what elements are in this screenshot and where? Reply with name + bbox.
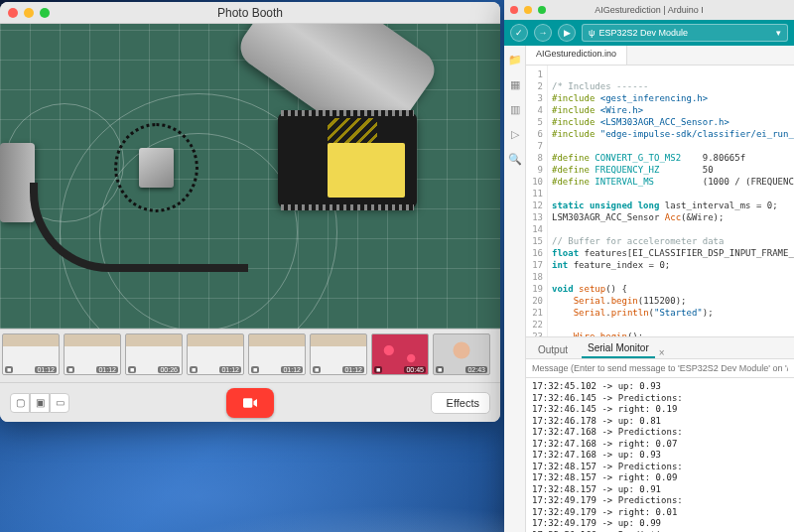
camera-icon xyxy=(243,398,257,408)
board-selector[interactable]: ψ ESP32S2 Dev Module ▾ xyxy=(582,24,788,42)
thumbnail[interactable]: ■01:12 xyxy=(2,333,60,375)
arduino-ide-window: AIGesturediction | Arduino I ✓ → ▶ ψ ESP… xyxy=(504,0,794,532)
debug-icon[interactable]: ▷ xyxy=(511,128,519,141)
camera-viewport xyxy=(0,24,500,329)
chevron-down-icon: ▾ xyxy=(776,28,781,38)
close-panel-icon[interactable]: × xyxy=(659,347,665,358)
thumbnail[interactable]: ■01:12 xyxy=(64,333,121,375)
mode-single-icon[interactable]: ▢ xyxy=(10,393,30,413)
thumbnail[interactable]: ■01:12 xyxy=(187,333,244,375)
record-button[interactable] xyxy=(226,388,274,418)
thumbnail[interactable]: ■00:45 xyxy=(371,333,429,375)
library-icon[interactable]: ▥ xyxy=(510,103,520,116)
editor-tabs: AIGesturediction.ino xyxy=(526,46,794,66)
search-icon[interactable]: 🔍 xyxy=(508,153,522,166)
thumbnail[interactable]: ■02:43 xyxy=(433,333,490,375)
photobooth-title: Photo Booth xyxy=(0,6,500,20)
microcontroller-round xyxy=(114,123,198,212)
photobooth-titlebar[interactable]: Photo Booth xyxy=(0,2,500,24)
mode-burst-icon[interactable]: ▣ xyxy=(30,393,50,413)
boards-icon[interactable]: ▦ xyxy=(510,78,520,91)
serial-message-input[interactable] xyxy=(532,363,788,373)
bottom-panel-tabs: Output Serial Monitor × xyxy=(526,336,794,358)
effects-button[interactable]: Effects xyxy=(431,392,490,414)
usb-icon: ψ xyxy=(589,28,595,38)
thumbnail[interactable]: ■01:12 xyxy=(310,333,367,375)
board-name: ESP32S2 Dev Module xyxy=(598,28,688,38)
upload-button[interactable]: → xyxy=(534,24,552,42)
code-editor[interactable]: 1 2 3 4 5 6 7 8 9 10 11 12 13 14 15 16 1… xyxy=(526,66,794,336)
tab-serial-monitor[interactable]: Serial Monitor xyxy=(582,339,655,358)
folder-icon[interactable]: 📁 xyxy=(508,54,522,66)
photobooth-window: Photo Booth ■01:12 ■01:1 xyxy=(0,2,500,422)
ide-toolbar: ✓ → ▶ ψ ESP32S2 Dev Module ▾ xyxy=(504,20,794,46)
thumbnail[interactable]: ■01:12 xyxy=(248,333,306,375)
tab-sketch[interactable]: AIGesturediction.ino xyxy=(526,46,627,65)
serial-output[interactable]: 17:32:45.102 -> up: 0.93 17:32:46.145 ->… xyxy=(526,378,794,532)
display-board xyxy=(278,113,417,207)
mode-video-icon[interactable]: ▭ xyxy=(50,393,69,413)
thumbnail[interactable]: ■00:26 xyxy=(125,333,183,375)
debug-button[interactable]: ▶ xyxy=(558,24,576,42)
verify-button[interactable]: ✓ xyxy=(510,24,528,42)
ide-sidebar: 📁 ▦ ▥ ▷ 🔍 xyxy=(504,46,526,532)
serial-input-row xyxy=(526,358,794,378)
ide-titlebar[interactable]: AIGesturediction | Arduino I xyxy=(504,0,794,20)
ide-title: AIGesturediction | Arduino I xyxy=(504,5,794,15)
photobooth-controls: ▢ ▣ ▭ Effects xyxy=(0,382,500,422)
filmstrip[interactable]: ■01:12 ■01:12 ■00:26 ■01:12 ■01:12 ■01:1… xyxy=(0,329,500,382)
tab-output[interactable]: Output xyxy=(532,341,574,358)
